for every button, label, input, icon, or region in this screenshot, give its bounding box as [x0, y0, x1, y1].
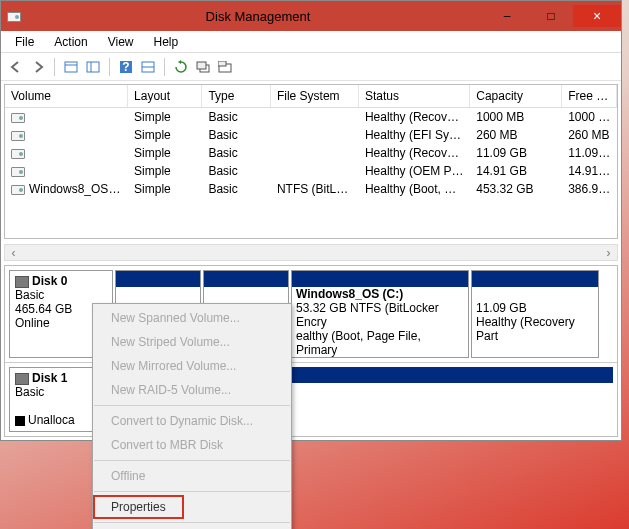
disk0-state: Online [15, 316, 50, 330]
menu-separator [94, 522, 290, 523]
disk0-type: Basic [15, 288, 44, 302]
col-capacity[interactable]: Capacity [470, 85, 562, 107]
toolbar-icon-4[interactable] [194, 58, 212, 76]
volume-icon [11, 185, 25, 195]
disk0-name: Disk 0 [32, 274, 67, 288]
menu-separator [94, 405, 290, 406]
window-title: Disk Management [31, 9, 485, 24]
table-row[interactable]: Windows8_OS (C:)SimpleBasicNTFS (BitLo..… [5, 180, 617, 198]
horizontal-scrollbar[interactable]: ‹ › [4, 244, 618, 261]
help-icon[interactable]: ? [117, 58, 135, 76]
svg-rect-9 [197, 62, 206, 69]
menu-help[interactable]: Help [144, 33, 189, 51]
disk-icon [15, 276, 29, 288]
menu-action[interactable]: Action [44, 33, 97, 51]
menu-new-mirrored[interactable]: New Mirrored Volume... [93, 354, 291, 378]
partition-recovery[interactable]: 11.09 GBHealthy (Recovery Part [471, 270, 599, 358]
menu-view[interactable]: View [98, 33, 144, 51]
partition-c[interactable]: Windows8_OS (C:)53.32 GB NTFS (BitLocker… [291, 270, 469, 358]
disk1-type: Basic [15, 385, 44, 399]
table-row[interactable]: SimpleBasicHealthy (Recovery...1000 MB10… [5, 108, 617, 126]
maximize-button[interactable]: □ [529, 5, 573, 27]
table-row[interactable]: SimpleBasicHealthy (Recovery...11.09 GB1… [5, 144, 617, 162]
toolbar-icon-3[interactable] [139, 58, 157, 76]
col-volume[interactable]: Volume [5, 85, 128, 107]
unallocated-icon [15, 416, 25, 426]
context-menu: New Spanned Volume... New Striped Volume… [92, 303, 292, 529]
titlebar: Disk Management – □ × [1, 1, 621, 31]
col-layout[interactable]: Layout [128, 85, 202, 107]
col-filesystem[interactable]: File System [271, 85, 359, 107]
col-freespace[interactable]: Free Spa [562, 85, 617, 107]
disk0-size: 465.64 GB [15, 302, 72, 316]
toolbar: ? [1, 53, 621, 81]
svg-text:?: ? [122, 60, 129, 74]
col-status[interactable]: Status [359, 85, 470, 107]
svg-rect-11 [218, 61, 226, 66]
table-row[interactable]: SimpleBasicHealthy (EFI Syste...260 MB26… [5, 126, 617, 144]
menubar: File Action View Help [1, 31, 621, 53]
toolbar-icon-2[interactable] [84, 58, 102, 76]
refresh-icon[interactable] [172, 58, 190, 76]
toolbar-icon-1[interactable] [62, 58, 80, 76]
menu-convert-dynamic[interactable]: Convert to Dynamic Disk... [93, 409, 291, 433]
disk-icon [15, 373, 29, 385]
highlight-box: Properties [93, 495, 184, 519]
back-icon[interactable] [7, 58, 25, 76]
disk1-state: Unalloca [28, 413, 75, 427]
forward-icon[interactable] [29, 58, 47, 76]
disk1-name: Disk 1 [32, 371, 67, 385]
svg-rect-2 [87, 62, 99, 72]
close-button[interactable]: × [573, 5, 621, 27]
column-headers[interactable]: Volume Layout Type File System Status Ca… [5, 85, 617, 108]
menu-offline[interactable]: Offline [93, 464, 291, 488]
scroll-right-icon[interactable]: › [600, 245, 617, 260]
menu-convert-mbr[interactable]: Convert to MBR Disk [93, 433, 291, 457]
volume-icon [11, 149, 25, 159]
table-row[interactable]: SimpleBasicHealthy (OEM Par...14.91 GB14… [5, 162, 617, 180]
menu-properties[interactable]: Properties [95, 497, 182, 517]
toolbar-icon-5[interactable] [216, 58, 234, 76]
volume-icon [11, 167, 25, 177]
volume-icon [11, 131, 25, 141]
scroll-left-icon[interactable]: ‹ [5, 245, 22, 260]
minimize-button[interactable]: – [485, 5, 529, 27]
menu-new-striped[interactable]: New Striped Volume... [93, 330, 291, 354]
col-type[interactable]: Type [202, 85, 271, 107]
menu-new-spanned[interactable]: New Spanned Volume... [93, 306, 291, 330]
menu-separator [94, 460, 290, 461]
volume-icon [11, 113, 25, 123]
menu-file[interactable]: File [5, 33, 44, 51]
svg-rect-0 [65, 62, 77, 72]
menu-new-raid5[interactable]: New RAID-5 Volume... [93, 378, 291, 402]
volume-list[interactable]: Volume Layout Type File System Status Ca… [4, 84, 618, 239]
menu-separator [94, 491, 290, 492]
app-icon [7, 9, 25, 23]
